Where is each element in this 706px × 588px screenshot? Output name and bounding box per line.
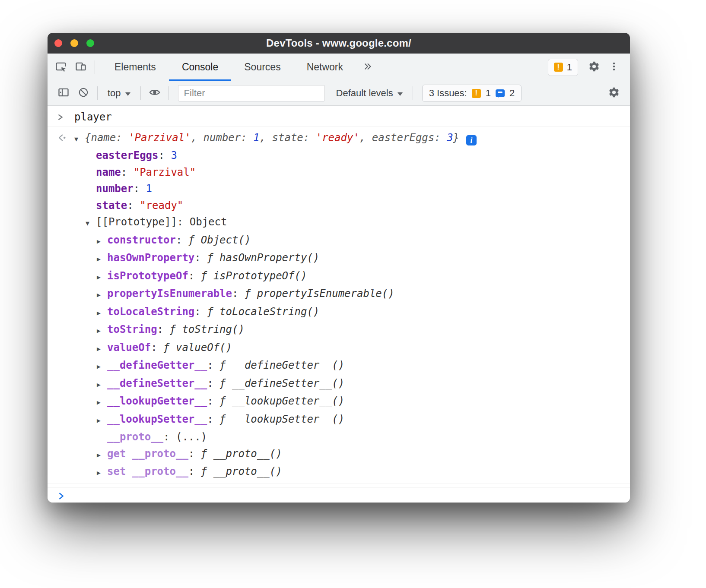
property-row: ▶toString: ƒ toString()	[48, 321, 630, 339]
context-label: top	[108, 88, 121, 99]
expand-triangle-icon[interactable]: ▶	[97, 465, 107, 481]
console-sidebar-button[interactable]	[54, 83, 73, 103]
devtools-tabbar: ElementsConsoleSourcesNetwork ! 1	[48, 54, 630, 81]
token-pu: :	[188, 270, 201, 282]
prompt-chevron-icon	[57, 488, 66, 503]
inspect-element-button[interactable]	[51, 57, 71, 77]
token-fnm: __defineSetter__	[107, 377, 207, 389]
token-fnm: propertyIsEnumerable	[107, 288, 232, 300]
token-pu: :	[207, 359, 219, 371]
gear-icon	[588, 60, 600, 74]
console-errors-badge[interactable]: ! 1	[548, 59, 578, 76]
clear-console-button[interactable]	[73, 83, 93, 103]
token-fnm: __lookupGetter__	[107, 395, 207, 407]
expand-triangle-icon[interactable]: ▶	[97, 376, 107, 393]
expand-triangle-icon[interactable]: ▶	[97, 412, 107, 429]
token-nm: easterEggs	[96, 149, 159, 161]
token-fnm: constructor	[107, 234, 176, 246]
token-pu: :	[177, 216, 190, 228]
titlebar[interactable]: DevTools - www.google.com/	[48, 33, 630, 54]
expand-triangle-icon[interactable]: ▶	[97, 358, 107, 375]
live-expression-button[interactable]	[145, 83, 165, 103]
context-selector[interactable]: top	[102, 88, 137, 99]
token-lnm: set __proto__	[107, 465, 188, 477]
token-fnm: toString	[107, 323, 157, 335]
token-pu: (...)	[176, 431, 207, 443]
token-pr: [[Prototype]]	[96, 216, 177, 228]
property-row: __proto__: (...)	[48, 429, 630, 446]
token-fnm: __lookupSetter__	[107, 413, 207, 425]
token-pu: :	[207, 413, 219, 425]
chevron-down-icon	[125, 92, 130, 96]
expand-triangle-icon[interactable]: ▶	[97, 447, 107, 464]
console-prompt[interactable]	[48, 487, 630, 503]
expand-triangle-icon[interactable]: ▶	[97, 287, 107, 303]
token-cmd: player	[74, 111, 112, 123]
token-p: ,	[359, 132, 372, 144]
device-toolbar-button[interactable]	[71, 57, 91, 77]
gear-icon	[608, 86, 620, 100]
tab-elements[interactable]: Elements	[102, 54, 169, 81]
token-n: 1	[146, 183, 152, 195]
expand-triangle-icon[interactable]: ▶	[97, 341, 107, 357]
tab-network[interactable]: Network	[294, 54, 356, 81]
log-levels-label: Default levels	[336, 88, 393, 99]
token-k: easterEggs	[372, 132, 435, 144]
token-pu: :	[207, 377, 219, 389]
token-nm: state	[96, 199, 127, 212]
expand-triangle-icon[interactable]: ▶	[97, 322, 107, 339]
expand-triangle-icon[interactable]: ▶	[97, 251, 107, 268]
expand-triangle-icon[interactable]: ▶	[97, 233, 107, 250]
token-fn: ƒ isPrototypeOf()	[201, 270, 307, 282]
token-fn: ƒ toLocaleString()	[207, 306, 319, 318]
token-fn: ƒ hasOwnProperty()	[207, 252, 319, 264]
tab-sources[interactable]: Sources	[231, 54, 293, 81]
property-row: ▶toLocaleString: ƒ toLocaleString()	[48, 303, 630, 322]
eye-icon	[149, 86, 161, 100]
issues-button[interactable]: 3 Issues: ! 1 2	[422, 85, 522, 102]
zoom-button[interactable]	[86, 39, 94, 47]
console-settings-button[interactable]	[604, 83, 624, 103]
property-row: name: "Parzival"	[48, 164, 630, 181]
console-toolbar: top Default levels 3 Issues: ! 1 2	[48, 81, 630, 106]
close-button[interactable]	[54, 39, 62, 47]
info-icon[interactable]: i	[466, 135, 477, 145]
token-p: {	[85, 132, 91, 144]
console-panel[interactable]: player▼{name: 'Parzival', number: 1, sta…	[48, 106, 630, 503]
kebab-menu-icon	[608, 61, 620, 74]
token-ob: Object	[190, 216, 227, 228]
token-pu: :	[207, 395, 219, 407]
collapse-triangle-icon[interactable]: ▼	[74, 131, 85, 148]
issue-error-icon: !	[472, 89, 481, 98]
divider	[413, 86, 413, 100]
token-fnm: valueOf	[107, 341, 151, 354]
issue-message-icon	[496, 89, 505, 97]
expand-triangle-icon[interactable]: ▶	[97, 269, 107, 286]
collapse-triangle-icon[interactable]: ▼	[86, 215, 96, 232]
expand-triangle-icon[interactable]: ▶	[97, 394, 107, 411]
token-p: :	[241, 132, 253, 144]
token-fn: ƒ toString()	[170, 323, 245, 335]
more-tabs-button[interactable]	[358, 57, 378, 77]
main-menu-button[interactable]	[604, 57, 624, 77]
token-fnm: hasOwnProperty	[107, 252, 194, 264]
tab-console[interactable]: Console	[169, 54, 231, 81]
settings-button[interactable]	[584, 57, 604, 77]
token-n: 3	[447, 132, 453, 144]
divider	[95, 60, 95, 74]
log-levels-selector[interactable]: Default levels	[330, 88, 409, 99]
window-title: DevTools - www.google.com/	[48, 37, 630, 49]
token-fn: ƒ Object()	[188, 234, 251, 246]
token-n: 1	[253, 132, 259, 144]
expand-triangle-icon[interactable]: ▶	[97, 305, 107, 322]
filter-input[interactable]	[178, 85, 325, 101]
minimize-button[interactable]	[70, 39, 78, 47]
token-pu: :	[188, 465, 201, 477]
return-value-icon	[57, 130, 67, 146]
sidebar-panel-icon	[57, 86, 70, 100]
token-fnm: isPrototypeOf	[107, 270, 188, 282]
token-pu: :	[134, 183, 146, 195]
issue-error-count: 1	[486, 88, 491, 99]
token-pu: :	[188, 448, 201, 460]
property-row: ▶propertyIsEnumerable: ƒ propertyIsEnume…	[48, 285, 630, 303]
